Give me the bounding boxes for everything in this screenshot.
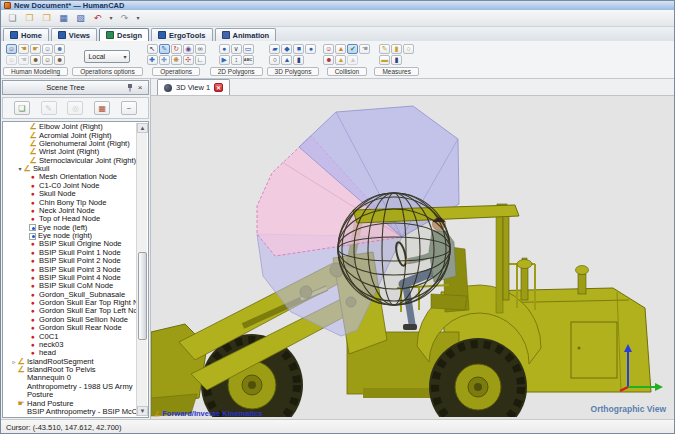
tree-item[interactable]: BSIP Anthropometry - BSIP McCon... [4, 408, 136, 416]
open-folder-button[interactable]: ❒ [39, 11, 54, 25]
view-tab-3d-view-1[interactable]: 3D View 1 ✕ [157, 79, 230, 95]
align-tool[interactable]: ✣ [183, 55, 194, 65]
polyhedron-tool[interactable]: ◆ [281, 44, 292, 54]
save-button[interactable]: ▦ [56, 11, 71, 25]
draw-arrow-tool[interactable]: ▶ [219, 55, 230, 65]
draw-rectangle-tool[interactable]: ▭ [243, 44, 254, 54]
draw-rectangle-tool-glyph: ▭ [245, 45, 252, 52]
open-document-button[interactable]: ❐ [22, 11, 37, 25]
view-tab-bar: 3D View 1 ✕ [151, 79, 674, 96]
vision-sphere-wireframe[interactable] [338, 193, 450, 305]
select-tool[interactable]: ↖ [147, 44, 158, 54]
edit-tool[interactable]: ✎ [159, 44, 170, 54]
target-node-button: ◎ [67, 101, 83, 115]
scrollbar-thumb[interactable] [138, 252, 147, 340]
prism-tool[interactable]: ▰ [269, 44, 280, 54]
cylinder-tool[interactable]: ▮ [293, 55, 304, 65]
pick-orientation-tool[interactable]: ◉ [183, 44, 194, 54]
torus-tool[interactable]: ○ [269, 55, 280, 65]
add-node-button[interactable]: ❏ [14, 101, 30, 115]
measure-distance-tool[interactable]: ▬ [379, 55, 390, 65]
mannequin-anthropometry-tool[interactable]: ☻ [30, 55, 41, 65]
draw-polyline-tool[interactable]: ∨ [231, 44, 242, 54]
mannequin-measure-tool[interactable]: ☺ [42, 44, 53, 54]
new-mannequin-button[interactable]: ☺ [6, 44, 17, 54]
collision-object-tool[interactable]: ▲ [335, 44, 346, 54]
draw-dimension-tool-glyph: ↕ [234, 56, 238, 63]
ribbon-tab-ergotools[interactable]: ErgoTools [151, 28, 213, 41]
hand-right-tool[interactable]: ☛ [30, 44, 41, 54]
joint-icon [29, 123, 37, 131]
tree-item-label: Sternoclavicular Joint (Right) [39, 157, 136, 165]
link-tool[interactable]: ∞ [195, 44, 206, 54]
measure-draw-tool[interactable]: ✎ [379, 44, 390, 54]
draw-dimension-tool[interactable]: ↕ [231, 55, 242, 65]
rotate-free-tool[interactable]: ❋ [171, 55, 182, 65]
draw-circle-tool[interactable]: ● [219, 44, 230, 54]
3d-canvas[interactable]: ∠Forward/Inverse Kinematics Orthographic… [151, 96, 674, 419]
scene-tree-toolbar: ❏✎◎▦− [2, 97, 149, 119]
scene-tree-container: Elbow Joint (Right)Acromial Joint (Right… [2, 121, 149, 418]
close-panel-icon[interactable]: × [135, 83, 145, 93]
scroll-down-icon[interactable]: ▼ [137, 406, 148, 416]
measure-ellipse-tool[interactable]: ○ [403, 44, 414, 54]
group-label-human-modeling: Human Modeling [3, 67, 68, 76]
group-label-3d-polygons: 3D Polygons [267, 67, 320, 76]
prism-tool-glyph: ▰ [272, 45, 277, 52]
close-view-icon[interactable]: ✕ [214, 83, 223, 92]
3d-scene[interactable] [151, 96, 674, 417]
move-to-tool-glyph: ✚ [161, 56, 167, 63]
move-tool[interactable]: ✚ [147, 55, 158, 65]
redo-button[interactable]: ↷ [117, 11, 132, 25]
collision-stop-tool[interactable]: ☚ [359, 44, 370, 54]
mannequin-scale-tool[interactable]: ☺ [42, 55, 53, 65]
collision-report-tool[interactable]: ☻ [323, 55, 334, 65]
scroll-up-icon[interactable]: ▲ [137, 123, 148, 133]
box-tool[interactable]: ■ [293, 44, 304, 54]
undo-menu-caret[interactable]: ▾ [107, 11, 115, 25]
ribbon-tab-views[interactable]: Views [51, 28, 97, 41]
set-origin-tool[interactable]: ∟ [195, 55, 206, 65]
tree-scrollbar[interactable]: ▲ ▼ [136, 123, 147, 416]
ribbon-tab-animation[interactable]: Animation [215, 28, 277, 41]
save-as-button[interactable]: ▧ [73, 11, 88, 25]
collapse-all-button[interactable]: − [121, 101, 137, 115]
tab-label: Design [117, 31, 142, 40]
tree-item[interactable]: C0C1 [4, 332, 136, 340]
projection-mode-label: Orthographic View [591, 404, 666, 414]
tree-item[interactable]: Anthropometry - 1988 US Army [4, 383, 136, 391]
ribbon-tab-design[interactable]: Design [99, 28, 149, 41]
save-as-button-glyph: ▧ [76, 14, 85, 23]
cone-tool[interactable]: ▲ [281, 55, 292, 65]
draw-text-tool[interactable]: ABC [243, 55, 254, 65]
cone-tool-glyph: ▲ [284, 56, 291, 63]
collision-warning-tool[interactable]: ▲ [335, 55, 346, 65]
undo-button[interactable]: ↶ [90, 11, 105, 25]
home-tab-icon [10, 31, 18, 39]
mannequin-pair-tool[interactable]: ☻ [54, 44, 65, 54]
redo-menu-caret[interactable]: ▾ [134, 11, 142, 25]
measure-height-tool[interactable]: ▮ [391, 55, 402, 65]
mannequin-group-tool[interactable]: ☻ [54, 55, 65, 65]
kinematics-mode-label[interactable]: ∠Forward/Inverse Kinematics [154, 409, 262, 418]
tree-item[interactable]: neck03 [4, 341, 136, 349]
sphere-tool[interactable]: ● [305, 44, 316, 54]
measure-ruler-tool[interactable]: ▮ [391, 44, 402, 54]
tab-label: Animation [233, 31, 270, 40]
tree-item-label: Posture [27, 391, 53, 399]
new-document-button[interactable]: ❏ [5, 11, 20, 25]
collision-mannequin-tool[interactable]: ☺ [323, 44, 334, 54]
collision-check-tool[interactable]: ✔ [347, 44, 358, 54]
move-to-tool[interactable]: ✚ [159, 55, 170, 65]
scene-tree-panel: Scene Tree × ❏✎◎▦− Elbow Joint (Right)Ac… [1, 79, 151, 419]
show-image-button[interactable]: ▦ [94, 101, 110, 115]
view-tab-label: 3D View 1 [176, 83, 210, 92]
coordinate-system-dropdown[interactable]: Local▾ [84, 50, 130, 63]
pin-icon[interactable] [125, 83, 135, 93]
node-icon [29, 282, 37, 290]
ribbon-tab-home[interactable]: Home [3, 28, 49, 41]
rotate-tool[interactable]: ↻ [171, 44, 182, 54]
title-bar[interactable]: New Document* — HumanCAD [1, 1, 674, 10]
tree-item[interactable]: Gordon Skull Rear Node [4, 324, 136, 332]
hand-left-tool[interactable]: ☚ [18, 44, 29, 54]
